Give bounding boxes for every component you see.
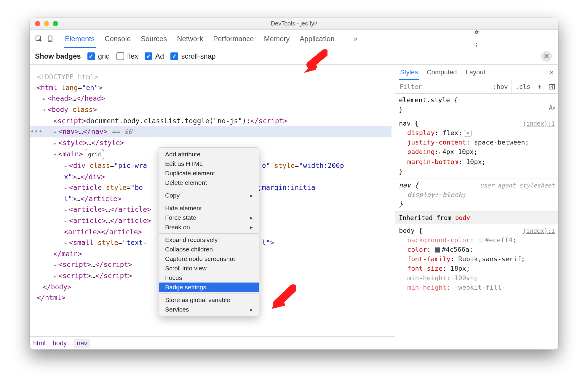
mi-scroll-into-view[interactable]: Scroll into view — [159, 264, 259, 273]
crumb-body[interactable]: body — [53, 339, 67, 347]
close-badges-button[interactable]: ✕ — [541, 51, 552, 62]
svg-point-4 — [476, 45, 477, 46]
rtab-computed[interactable]: Computed — [427, 65, 457, 80]
devtools-topbar: Elements Console Sources Network Perform… — [30, 30, 558, 48]
svg-point-5 — [476, 46, 477, 47]
styles-filter-input[interactable]: Filter — [395, 80, 489, 93]
kebab-menu-icon[interactable] — [473, 43, 480, 48]
checkbox-flex[interactable] — [116, 52, 124, 60]
mi-hide[interactable]: Hide element — [159, 203, 259, 213]
panel-tabs: Elements Console Sources Network Perform… — [65, 30, 358, 48]
annotation-arrow-top — [301, 49, 327, 76]
mi-store-global[interactable]: Store as global variable — [159, 295, 259, 305]
svg-point-3 — [476, 43, 477, 44]
source-link-body[interactable]: (index):1 — [523, 226, 555, 235]
mi-badge-settings[interactable]: Badge settings... — [159, 283, 259, 292]
hov-toggle[interactable]: :hov — [489, 80, 512, 93]
context-menu: Add attribute Edit as HTML Duplicate ele… — [159, 147, 259, 316]
tab-console[interactable]: Console — [105, 30, 131, 48]
mi-screenshot[interactable]: Capture node screenshot — [159, 254, 259, 264]
sidebar-toggle-icon[interactable] — [545, 80, 558, 93]
doctype-line: <!DOCTYPE html> — [37, 72, 392, 82]
checkbox-grid[interactable] — [87, 52, 95, 60]
mi-force-state[interactable]: Force state — [159, 213, 259, 222]
tab-application[interactable]: Application — [300, 30, 334, 48]
rtab-more-icon[interactable]: » — [550, 68, 554, 76]
checkbox-ad-label: Ad — [155, 52, 164, 60]
checkbox-ad[interactable] — [145, 52, 152, 60]
tab-network[interactable]: Network — [177, 30, 203, 48]
source-link[interactable]: (index):1 — [523, 119, 555, 128]
crumb-html[interactable]: html — [33, 339, 46, 347]
styles-pane: Styles Computed Layout » Filter :hov .cl… — [395, 65, 558, 349]
rtab-layout[interactable]: Layout — [466, 65, 485, 80]
more-tabs-chevron-icon[interactable]: » — [354, 34, 358, 43]
mi-collapse[interactable]: Collapse children — [159, 245, 259, 254]
crumb-nav[interactable]: nav — [74, 339, 90, 348]
grid-badge[interactable]: grid — [85, 149, 104, 160]
tab-sources[interactable]: Sources — [141, 30, 167, 48]
inspect-icon[interactable] — [33, 33, 44, 44]
badges-bar: Show badges grid flex Ad scroll-snap ✕ — [30, 48, 558, 65]
flex-editor-icon[interactable]: ⊞ — [464, 130, 472, 137]
tab-memory[interactable]: Memory — [264, 30, 290, 48]
window-title: DevTools - jec.fyi/ — [30, 20, 558, 27]
element-style-close: } — [399, 105, 555, 114]
checkbox-scrollsnap[interactable] — [170, 52, 178, 60]
mi-delete[interactable]: Delete element — [159, 178, 259, 187]
mi-expand[interactable]: Expand recursively — [159, 235, 259, 245]
css-rules[interactable]: element.style { } AA nav {(index):1 disp… — [395, 94, 558, 349]
annotation-arrow-bottom — [269, 284, 296, 311]
mi-services[interactable]: Services — [159, 305, 259, 314]
device-toggle-icon[interactable] — [44, 33, 56, 44]
checkbox-grid-label: grid — [98, 52, 110, 60]
mi-add-attribute[interactable]: Add attribute — [159, 150, 259, 159]
mi-focus[interactable]: Focus — [159, 273, 259, 283]
mac-titlebar: DevTools - jec.fyi/ — [30, 18, 558, 30]
svg-rect-6 — [549, 84, 555, 89]
styles-tabs: Styles Computed Layout » — [395, 65, 558, 80]
styles-filter-row: Filter :hov .cls + — [395, 80, 558, 94]
font-size-icon[interactable]: AA — [549, 103, 555, 113]
checkbox-scrollsnap-label: scroll-snap — [181, 52, 215, 60]
breadcrumbs: html body nav — [30, 336, 395, 349]
tab-performance[interactable]: Performance — [213, 30, 254, 48]
tab-elements[interactable]: Elements — [65, 30, 95, 48]
mi-edit-html[interactable]: Edit as HTML — [159, 159, 259, 169]
badges-label: Show badges — [35, 52, 81, 60]
element-style-open: element.style { — [399, 95, 555, 105]
mi-break-on[interactable]: Break on — [159, 222, 259, 232]
cls-toggle[interactable]: .cls — [512, 80, 534, 93]
selected-nav-node[interactable]: •••<nav>…</nav> == $0 — [30, 126, 392, 137]
rtab-styles[interactable]: Styles — [400, 65, 418, 80]
mi-copy[interactable]: Copy — [159, 191, 259, 200]
checkbox-flex-label: flex — [127, 52, 138, 60]
settings-gear-icon[interactable] — [473, 30, 480, 35]
new-rule-button[interactable]: + — [534, 80, 545, 93]
mi-duplicate[interactable]: Duplicate element — [159, 169, 259, 178]
